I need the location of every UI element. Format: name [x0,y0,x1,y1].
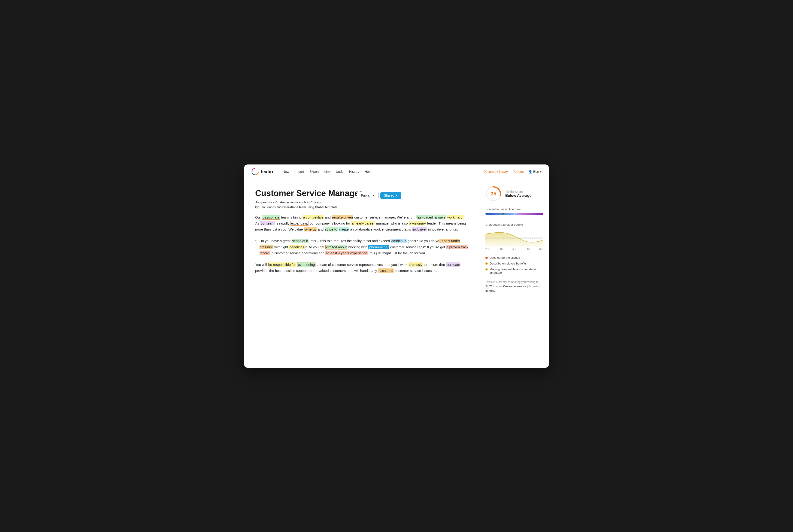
age-label-2: 40s [512,248,517,250]
highlight-inclusive[interactable]: inclusive, [412,227,427,231]
highlight-tirelessly[interactable]: tirelessly [408,262,423,267]
issue-dot-1 [485,262,488,265]
age-chart-svg [485,228,543,247]
issue-dot-2 [485,268,488,270]
highlight-synergy[interactable]: synergy [304,227,317,231]
nav-link-undo[interactable]: Undo [333,168,346,175]
highlight-ambitious[interactable]: ambitious [391,239,407,243]
highlight-excited-about[interactable]: excited about [325,245,347,249]
highlight-expanding[interactable]: expanding, [290,221,309,226]
doc-by: By Ben Simons and Operations team using … [255,205,468,209]
sidebar: 35 Textio Score Below Average Somewhat m… [480,179,549,300]
score-value: Below Average [505,194,531,198]
issue-text-0: Uses corporate cliches [489,256,520,260]
publish-button[interactable]: Publish ▾ [357,192,379,199]
shared-chevron: ▾ [396,194,398,197]
highlight-fast-paced[interactable]: fast-paced [417,215,433,220]
highlight-phenomenal[interactable]: phenomenal [368,245,389,249]
highlight-our-team-1[interactable]: our team [260,221,275,226]
score-title: Textio Score [505,190,531,194]
issue-item-1[interactable]: Describe employee benefits [485,262,543,265]
tone-bar-left [485,213,517,215]
nav-reports[interactable]: Reports [512,170,524,173]
nav-user-name: Ben [533,170,539,173]
nav-doc-library[interactable]: Document library [483,170,508,173]
age-label-4: 60s [539,248,543,250]
publish-label: Publish [361,194,371,197]
highlight-always[interactable]: always [434,215,446,220]
nav-bar: textio New Import Export Link Undo Histo… [244,165,549,179]
textio-logo-icon [251,168,259,175]
highlight-work-hard[interactable]: work hard. [447,215,464,220]
highlight-sense[interactable]: sense of h [292,239,309,243]
issue-item-2[interactable]: Missing reasonable accommodation languag… [485,267,543,274]
tone-bar-container [485,213,543,217]
age-labels: 20s 30s 40s 50s 60s [485,248,543,250]
nav-link-link[interactable]: Link [322,168,333,175]
tone-section: Somewhat masculine tone [485,207,543,217]
editor-area[interactable]: Customer Service Manager Job post for a … [244,179,480,300]
nav-user-chevron: ▾ [540,170,542,173]
highlight-results-driven[interactable]: results-driven [332,215,353,220]
age-label-0: 20s [485,248,489,250]
highlight-competitive[interactable]: a competitive [303,215,324,220]
nav-links: New Import Export Link Undo History Help [281,168,483,175]
age-section: Unappealing to older people [485,223,543,250]
highlight-passionate[interactable]: passionate [262,215,280,220]
shared-label: Shared [384,194,394,197]
editor-content[interactable]: Our passionate team is hiring a competit… [255,214,468,274]
highlight-early-career[interactable]: an early career [351,221,375,226]
issue-text-2: Missing reasonable accommodation languag… [489,267,543,274]
user-icon: 👤 [528,170,532,173]
score-area: 35 Textio Score Below Average [485,186,543,202]
paragraph-3: You will be responsible for overseeing a… [255,262,468,274]
tone-marker [502,213,504,215]
score-ring: 35 [485,186,502,202]
doc-meta: Job post for a Customer service role in … [255,201,468,204]
paragraph-icon: ¶ [255,239,257,256]
issues-section: Uses corporate cliches Describe employee… [485,256,543,274]
highlight-at-least-4-years[interactable]: at least 4 years experience [325,251,368,255]
highlight-be-responsible[interactable]: be responsible for [268,262,296,267]
tooltip-anchor: always This phrase tends to resonate wit… [434,215,447,219]
nav-link-help[interactable]: Help [362,168,374,175]
age-chart [485,228,543,247]
tone-divider [515,212,515,215]
doc-actions: Publish ▾ Shared ▾ [357,192,401,199]
paragraph-2: ¶ Do you have a great sense of humor? Th… [255,238,468,256]
highlight-visionary[interactable]: a visionary [409,221,426,226]
highlight-our-team-2[interactable]: our team [446,262,461,267]
nav-right: Document library Reports 👤 Ben ▾ [483,170,542,173]
tone-bar-right [517,213,543,215]
age-label-3: 50s [526,248,530,250]
score-number: 35 [491,191,496,197]
nav-link-history[interactable]: History [347,168,362,175]
paragraph-2-text: Do you have a great sense of humor? This… [259,238,468,256]
main-layout: Customer Service Manager Job post for a … [244,179,549,300]
nav-link-export[interactable]: Export [307,168,321,175]
highlight-create[interactable]: create [339,227,349,231]
score-label: Textio Score Below Average [505,190,531,198]
app-container: textio New Import Export Link Undo Histo… [244,165,549,368]
issue-text-1: Describe employee benefits [489,262,526,265]
highlight-strive[interactable]: strive to [325,227,338,231]
shared-button[interactable]: Shared ▾ [380,192,401,199]
issue-dot-0 [485,256,488,259]
tone-title: Somewhat masculine tone [485,207,543,211]
issue-item-0[interactable]: Uses corporate cliches [485,256,543,260]
nav-link-import[interactable]: Import [292,168,306,175]
age-label-1: 30s [499,248,503,250]
age-title: Unappealing to older people [485,223,543,226]
highlight-escalated[interactable]: escalated [378,268,394,273]
logo-text: textio [261,169,273,174]
paragraph-1: Our passionate team is hiring a competit… [255,214,468,233]
nav-user[interactable]: 👤 Ben ▾ [528,170,542,173]
sidebar-footer: Textio is currently comparing your writi… [485,280,543,293]
highlight-overseeing[interactable]: overseeing [297,262,315,267]
publish-chevron: ▾ [373,194,374,197]
highlight-deadlines[interactable]: deadlines [289,245,305,249]
logo-area: textio [251,168,273,175]
nav-link-new[interactable]: New [281,168,291,175]
